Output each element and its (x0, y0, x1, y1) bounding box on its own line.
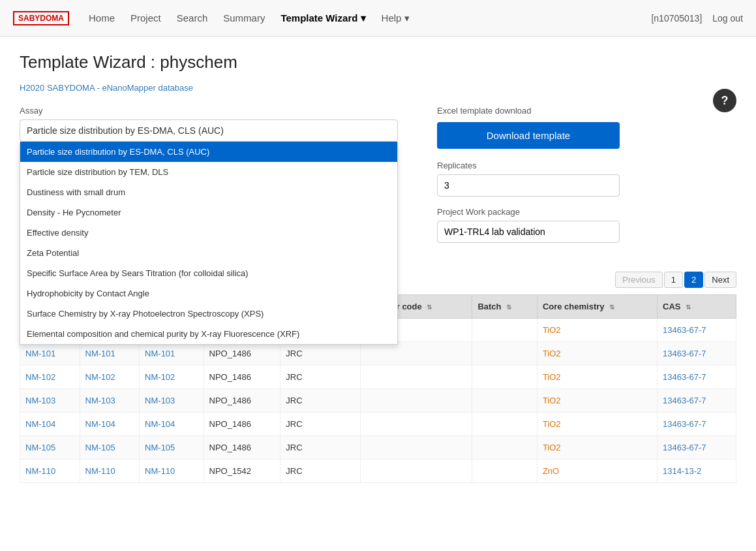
assay-option-7[interactable]: Hydrophobicity by Contact Angle (20, 283, 397, 304)
cell-cas[interactable]: 13463-67-7 (658, 366, 736, 389)
excel-label: Excel template download (437, 106, 620, 116)
breadcrumb[interactable]: H2020 SABYDOMA - eNanoMapper database (20, 83, 736, 93)
assay-option-1[interactable]: Particle size distribution by TEM, DLS (20, 162, 397, 182)
cell-cas[interactable]: 13463-67-7 (658, 413, 736, 436)
cell-batch (472, 413, 537, 436)
workpackage-select[interactable]: WP1-TRL4 lab validation WP2 WP3 (437, 221, 620, 243)
table-row: NM-105NM-105NM-105NPO_1486JRCTiO213463-6… (20, 436, 736, 460)
assay-option-0[interactable]: Particle size distribution by ES-DMA, CL… (20, 142, 397, 162)
cell-name[interactable]: NM-104 (140, 413, 204, 436)
assay-dropdown-list: Particle size distribution by ES-DMA, CL… (20, 142, 398, 345)
cell-batch (472, 366, 537, 389)
cell-supplier: JRC (280, 366, 360, 389)
download-template-button[interactable]: Download template (437, 122, 620, 149)
workpackage-select-wrapper: WP1-TRL4 lab validation WP2 WP3 (437, 221, 620, 243)
cell-supplier: JRC (280, 436, 360, 460)
cell-core_chemistry[interactable]: TiO2 (537, 413, 657, 436)
cell-id[interactable]: NM-110 (80, 460, 140, 483)
col-batch[interactable]: Batch ⇅ (472, 295, 537, 319)
pagination: Previous 1 2 Next (615, 272, 736, 288)
cell-name[interactable]: NM-102 (140, 366, 204, 389)
cell-batch (472, 319, 537, 342)
cell-id[interactable]: NM-102 (80, 366, 140, 389)
cell-cas[interactable]: 13463-67-7 (658, 389, 736, 413)
cell-erm[interactable]: NM-105 (20, 436, 80, 460)
table-row: NM-101NM-101NM-101NPO_1486JRCTiO213463-6… (20, 342, 736, 366)
assay-select-wrapper: Particle size distribution by ES-DMA, CL… (20, 119, 398, 142)
user-id: [n10705013] (651, 13, 702, 24)
cell-id[interactable]: NM-104 (80, 413, 140, 436)
assay-option-5[interactable]: Zeta Potential (20, 243, 397, 263)
replicates-label: Replicates (437, 161, 620, 170)
nav-help[interactable]: Help ▾ (382, 12, 410, 24)
assay-option-4[interactable]: Effective density (20, 223, 397, 243)
nav-home[interactable]: Home (89, 12, 115, 24)
cell-core_chemistry[interactable]: ZnO (537, 460, 657, 483)
cell-name[interactable]: NM-103 (140, 389, 204, 413)
table-row: NM-102NM-102NM-102NPO_1486JRCTiO213463-6… (20, 366, 736, 389)
workpackage-label: Project Work package (437, 207, 620, 217)
nav-search[interactable]: Search (177, 12, 208, 24)
cell-supplier_code (360, 436, 472, 460)
assay-select[interactable]: Particle size distribution by ES-DMA, CL… (20, 119, 398, 142)
cell-erm[interactable]: NM-110 (20, 460, 80, 483)
cell-erm[interactable]: NM-101 (20, 342, 80, 366)
main-content: ? Template Wizard : physchem H2020 SABYD… (0, 37, 756, 499)
cell-cas[interactable]: 13463-67-7 (658, 342, 736, 366)
cell-id[interactable]: NM-103 (80, 389, 140, 413)
cell-erm[interactable]: NM-103 (20, 389, 80, 413)
cell-type: NPO_1486 (204, 366, 280, 389)
cell-name[interactable]: NM-110 (140, 460, 204, 483)
nav-links: Home Project Search Summary Template Wiz… (89, 12, 651, 24)
next-page-button[interactable]: Next (704, 272, 736, 288)
nav-template-wizard[interactable]: Template Wizard ▾ (280, 12, 365, 24)
cell-core_chemistry[interactable]: TiO2 (537, 319, 657, 342)
cell-supplier: JRC (280, 342, 360, 366)
page-1-button[interactable]: 1 (664, 272, 683, 288)
logout-link[interactable]: Log out (712, 13, 743, 24)
help-icon[interactable]: ? (713, 89, 736, 112)
assay-section: Assay Particle size distribution by ES-D… (20, 106, 398, 243)
nav-summary[interactable]: Summary (223, 12, 265, 24)
assay-label: Assay (20, 106, 398, 116)
cell-supplier_code (360, 389, 472, 413)
navbar-right: [n10705013] Log out (651, 13, 743, 24)
cell-supplier: JRC (280, 460, 360, 483)
right-panel: Excel template download Download templat… (437, 106, 620, 243)
cell-erm[interactable]: NM-104 (20, 413, 80, 436)
logo: SABYDOMA (13, 11, 69, 25)
cell-supplier_code (360, 460, 472, 483)
table-row: NM-103NM-103NM-103NPO_1486JRCTiO213463-6… (20, 389, 736, 413)
assay-option-8[interactable]: Surface Chemistry by X-ray Photoelectron… (20, 304, 397, 324)
cell-core_chemistry[interactable]: TiO2 (537, 342, 657, 366)
cell-core_chemistry[interactable]: TiO2 (537, 436, 657, 460)
assay-option-6[interactable]: Specific Surface Area by Sears Titration… (20, 263, 397, 283)
cell-id[interactable]: NM-105 (80, 436, 140, 460)
cell-erm[interactable]: NM-102 (20, 366, 80, 389)
cell-id[interactable]: NM-101 (80, 342, 140, 366)
assay-option-2[interactable]: Dustiness with small drum (20, 182, 397, 202)
cell-batch (472, 342, 537, 366)
cell-core_chemistry[interactable]: TiO2 (537, 389, 657, 413)
assay-option-3[interactable]: Density - He Pycnometer (20, 202, 397, 223)
cell-cas[interactable]: 1314-13-2 (658, 460, 736, 483)
replicates-input[interactable] (437, 174, 620, 197)
page-title: Template Wizard : physchem (20, 52, 736, 72)
nav-project[interactable]: Project (130, 12, 161, 24)
cell-supplier_code (360, 366, 472, 389)
cell-name[interactable]: NM-105 (140, 436, 204, 460)
navbar: SABYDOMA Home Project Search Summary Tem… (0, 0, 756, 37)
cell-name[interactable]: NM-101 (140, 342, 204, 366)
cell-batch (472, 436, 537, 460)
col-cas[interactable]: CAS ⇅ (658, 295, 736, 319)
cell-cas[interactable]: 13463-67-7 (658, 436, 736, 460)
cell-cas[interactable]: 13463-67-7 (658, 319, 736, 342)
col-core-chemistry[interactable]: Core chemistry ⇅ (537, 295, 657, 319)
cell-batch (472, 389, 537, 413)
form-section: Assay Particle size distribution by ES-D… (20, 106, 736, 243)
cell-core_chemistry[interactable]: TiO2 (537, 366, 657, 389)
previous-page-button[interactable]: Previous (615, 272, 663, 288)
page-2-button[interactable]: 2 (684, 272, 703, 288)
table-row: NM-110NM-110NM-110NPO_1542JRCZnO1314-13-… (20, 460, 736, 483)
assay-option-9[interactable]: Elemental composition and chemical purit… (20, 324, 397, 344)
